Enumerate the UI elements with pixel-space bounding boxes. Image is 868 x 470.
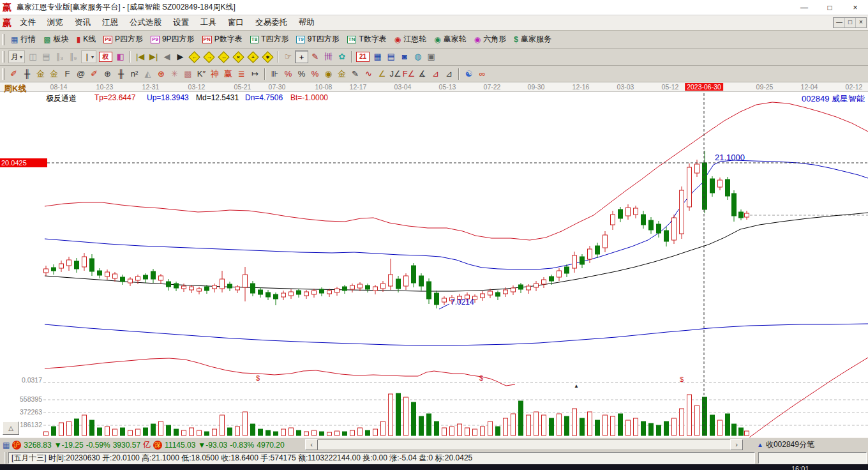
hexagon-button[interactable]: ◉六角形 <box>470 34 510 45</box>
gold-circle-tool[interactable]: ◉ <box>322 68 335 80</box>
bars-percent-tool[interactable]: ⊪ <box>268 68 281 80</box>
candle-style-dropdown[interactable]: ❘▾ <box>81 50 96 63</box>
expand-button[interactable]: ↔ <box>218 51 229 63</box>
mdi-restore-button[interactable]: □ <box>844 18 855 27</box>
last-bar-button[interactable]: ▶| <box>147 50 160 63</box>
gold-grid-2[interactable]: 金 <box>47 68 61 80</box>
p-table-button[interactable]: PNP数字表 <box>198 34 246 45</box>
overlay-list-icon[interactable]: ▤ <box>40 50 53 63</box>
mdi-close-button[interactable]: × <box>855 18 866 27</box>
angle-gold[interactable]: ∠ <box>375 68 389 80</box>
close-button[interactable]: × <box>842 1 868 15</box>
shen-tool[interactable]: 神 <box>208 68 221 80</box>
zoom-out-button[interactable]: ∗ <box>262 51 273 63</box>
tick-feed[interactable]: ▲ 收002849分笔 <box>743 439 868 450</box>
percent-black[interactable]: % <box>295 68 308 80</box>
menu-item-帮助[interactable]: 帮助 <box>293 17 320 28</box>
k-mark-tool[interactable]: K″ <box>195 68 208 80</box>
hand-tool[interactable]: ☞ <box>281 50 295 63</box>
taichi-icon[interactable]: ☯ <box>462 68 475 80</box>
pane-expand-button[interactable]: △ <box>3 421 19 435</box>
winner-wheel-button[interactable]: ◉赢家轮 <box>430 34 470 45</box>
menu-item-设置[interactable]: 设置 <box>167 17 195 28</box>
angle-j[interactable]: J∠ <box>389 68 402 80</box>
wave-tool[interactable]: ∿ <box>362 68 375 80</box>
calendar-icon[interactable]: 21 <box>356 52 370 62</box>
gold-grid-1[interactable]: 金 <box>34 68 47 80</box>
ex-rights-button[interactable]: 权 <box>99 52 112 62</box>
stack-9-icon[interactable]: ∥₉ <box>66 50 80 63</box>
shift-right-button[interactable]: → <box>203 51 214 63</box>
stack-3-icon[interactable]: ∥₃ <box>53 50 66 63</box>
zoom-in-button[interactable]: + <box>247 51 258 63</box>
shift-left-button[interactable]: ← <box>188 51 200 63</box>
crosshair-tool[interactable]: + <box>295 50 308 63</box>
n-square-tool[interactable]: n² <box>128 68 141 80</box>
compress-button[interactable]: × <box>232 51 244 63</box>
t-square-button[interactable]: T8T四方形 <box>246 34 293 45</box>
menu-item-资讯[interactable]: 资讯 <box>69 17 96 28</box>
menu-item-公式选股[interactable]: 公式选股 <box>124 17 167 28</box>
kline-chart-canvas[interactable]: $$$▲0.0317558395372263186132 <box>0 82 868 437</box>
win-tool[interactable]: 赢 <box>221 68 235 80</box>
circle-grid-tool[interactable]: ⊕ <box>101 68 114 80</box>
percent-red-2[interactable]: % <box>308 68 322 80</box>
9p-square-button[interactable]: P99P四方形 <box>147 34 198 45</box>
shanghai-index-icon[interactable]: 沪 <box>12 441 21 450</box>
shenzhen-index-icon[interactable]: 深 <box>153 441 162 450</box>
menu-item-交易委托[interactable]: 交易委托 <box>250 17 293 28</box>
calculator-icon[interactable]: ▦ <box>371 50 384 63</box>
gann-tool-teal[interactable]: ✿ <box>335 50 348 63</box>
save-icon[interactable]: ◙ <box>398 50 411 63</box>
kline-button[interactable]: ▮K线 <box>73 34 100 45</box>
pen-sort-tool[interactable]: ✎ <box>348 68 362 80</box>
next-bar-button[interactable]: ▶ <box>174 50 187 63</box>
gann-tool-purple[interactable]: 卌 <box>322 50 335 63</box>
angle-measure[interactable]: ∡ <box>415 68 429 80</box>
scroll-left-button[interactable]: ‹ <box>305 439 318 450</box>
comb-tool[interactable]: ╫ <box>114 68 128 80</box>
triangle-black[interactable]: ⊿ <box>442 68 456 80</box>
angle-f[interactable]: F∠ <box>402 68 415 80</box>
ruler-tool[interactable]: ≣ <box>235 68 248 80</box>
menu-item-工具[interactable]: 工具 <box>195 17 222 28</box>
overlay-window-icon[interactable]: ◫ <box>26 50 40 63</box>
sectors-button[interactable]: ▩板块 <box>40 34 72 45</box>
colored-volume-icon[interactable]: ◧ <box>114 50 127 63</box>
pen-tool[interactable]: ✐ <box>7 68 20 80</box>
mdi-minimize-button[interactable]: — <box>834 18 844 27</box>
notes-icon[interactable]: ▤ <box>384 50 398 63</box>
9t-square-button[interactable]: T99T四方形 <box>292 34 343 45</box>
first-bar-button[interactable]: |◀ <box>133 50 147 63</box>
pen-grid-tool[interactable]: ✐ <box>87 68 101 80</box>
minimize-button[interactable]: — <box>791 1 817 15</box>
triangle-red[interactable]: ⊿ <box>429 68 442 80</box>
quotes-button[interactable]: ▦行情 <box>7 34 40 45</box>
t-table-button[interactable]: TNT数字表 <box>343 34 391 45</box>
spiral-tool[interactable]: @ <box>74 68 87 80</box>
menu-item-文件[interactable]: 文件 <box>14 17 41 28</box>
fibonacci-grid[interactable]: F <box>61 68 74 80</box>
period-month-dropdown[interactable]: 月▾ <box>8 50 25 63</box>
chart-globe-icon[interactable]: ◍ <box>411 50 424 63</box>
menu-item-窗口[interactable]: 窗口 <box>222 17 250 28</box>
scroll-right-button[interactable]: › <box>730 439 743 450</box>
winner-service-button[interactable]: $赢家服务 <box>510 34 555 45</box>
angle-fan-gray[interactable]: ◭ <box>141 68 154 80</box>
draw-tool[interactable]: ✎ <box>308 50 322 63</box>
gold-line-tool[interactable]: 金 <box>335 68 348 80</box>
gann-wheel-button[interactable]: ◉江恩轮 <box>391 34 430 45</box>
maximize-button[interactable]: □ <box>817 1 842 15</box>
p-square-button[interactable]: P8P四方形 <box>100 34 147 45</box>
percent-red-1[interactable]: % <box>281 68 295 80</box>
web-tool-2[interactable]: ▩ <box>181 68 195 80</box>
printer-icon[interactable]: ▣ <box>424 50 438 63</box>
menu-item-浏览[interactable]: 浏览 <box>41 17 69 28</box>
prev-bar-button[interactable]: ◀ <box>160 50 174 63</box>
grid-tool[interactable]: ╫ <box>20 68 34 80</box>
date-axis-header[interactable]: 08-1410-2312-3103-1205-2107-3010-0812-17… <box>0 82 868 92</box>
quotes-grid-icon[interactable]: ▦ <box>3 441 10 450</box>
circle-cross-red[interactable]: ⊕ <box>154 68 168 80</box>
horizontal-scrollbar[interactable] <box>318 439 730 450</box>
menu-item-江恩[interactable]: 江恩 <box>96 17 124 28</box>
